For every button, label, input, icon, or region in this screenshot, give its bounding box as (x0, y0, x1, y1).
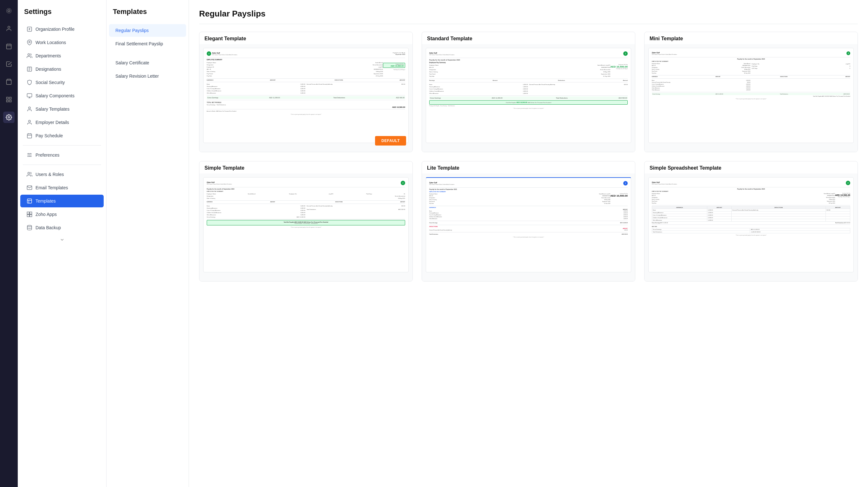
svg-point-33 (27, 225, 32, 227)
sidebar-label: Departments (35, 53, 61, 58)
bag-icon[interactable] (3, 76, 14, 88)
svg-rect-29 (27, 212, 29, 214)
sidebar-label: Salary Templates (35, 106, 69, 112)
sidebar-label: Users & Roles (35, 172, 64, 177)
template-preview-simple: Zyker Gulf 222 Oasis Plaza Dubai United … (199, 174, 412, 281)
template-preview-spreadsheet: Zyker Gulf 222 Oasis Plaza Dubai United … (645, 174, 858, 281)
sidebar-title: Settings (18, 8, 106, 22)
svg-point-2 (8, 26, 10, 29)
svg-rect-11 (9, 100, 11, 102)
sidebar-label: Organization Profile (35, 27, 74, 32)
sidebar-label: Data Backup (35, 225, 61, 230)
svg-rect-20 (27, 134, 32, 138)
svg-point-12 (8, 117, 10, 118)
sidebar-label: Zoho Apps (35, 212, 57, 217)
template-card-elegant[interactable]: Elegant Template Z Zyker Gulf 222 Oasis … (199, 32, 413, 152)
template-preview-elegant: Z Zyker Gulf 222 Oasis Plaza Dubai Unite… (199, 44, 412, 152)
sidebar-item-data-backup[interactable]: Data Backup (20, 221, 104, 234)
sidebar-item-email-templates[interactable]: Email Templates (20, 181, 104, 194)
sidebar-item-designations[interactable]: Designations (20, 63, 104, 75)
sidebar-scroll-arrow[interactable] (18, 235, 106, 245)
svg-rect-28 (27, 199, 32, 203)
sidebar-label: Email Templates (35, 185, 68, 190)
main-content-title: Regular Payslips (199, 9, 858, 24)
svg-point-1 (7, 8, 11, 13)
svg-point-27 (28, 172, 30, 174)
sidebar-item-salary-templates[interactable]: Salary Templates (20, 103, 104, 115)
sidebar-label: Employer Details (35, 120, 69, 125)
template-card-standard-title: Standard Template (422, 32, 635, 44)
home-icon[interactable] (3, 5, 14, 17)
sidebar-label: Templates (35, 199, 56, 204)
calendar-icon[interactable] (3, 40, 14, 52)
svg-rect-10 (7, 100, 8, 102)
svg-point-19 (29, 120, 30, 122)
sidebar-label: Work Locations (35, 40, 66, 45)
svg-rect-8 (7, 97, 8, 99)
svg-rect-3 (7, 44, 11, 49)
template-card-lite-title: Lite Template (422, 161, 635, 174)
sidebar-label: Social Security (35, 80, 65, 85)
sidebar-item-social-security[interactable]: Social Security (20, 76, 104, 89)
sub-panel: Templates Regular Payslips Final Settlem… (106, 0, 189, 487)
template-preview-standard: Zyker Gulf 222 Oasis Plaza Dubai United … (422, 44, 635, 152)
sub-panel-item-final-settlement[interactable]: Final Settlement Payslip (109, 37, 186, 50)
main-content: Regular Payslips Elegant Template Z Zyke… (189, 0, 868, 487)
template-card-mini-title: Mini Template (645, 32, 858, 44)
sidebar-item-work-locations[interactable]: Work Locations (20, 36, 104, 49)
svg-point-14 (29, 41, 30, 43)
svg-rect-30 (30, 212, 32, 214)
people-icon[interactable] (3, 23, 14, 34)
templates-grid: Elegant Template Z Zyker Gulf 222 Oasis … (199, 32, 858, 281)
sidebar-divider-2 (23, 164, 101, 165)
sidebar-label: Preferences (35, 153, 59, 158)
svg-rect-31 (27, 215, 29, 217)
template-card-standard[interactable]: Standard Template Zyker Gulf 222 Oasis P… (422, 32, 635, 152)
icon-bar (0, 0, 18, 487)
grid-icon[interactable] (3, 94, 14, 105)
settings-active-icon[interactable] (3, 112, 14, 123)
template-preview-mini: Zyker Gulf 222 Oasis Plaza Dubai United … (645, 44, 858, 152)
sidebar-item-departments[interactable]: Departments (20, 50, 104, 62)
svg-point-15 (28, 54, 30, 56)
template-card-simple[interactable]: Simple Template Zyker Gulf 222 Oasis Pla… (199, 161, 413, 281)
sub-panel-item-salary-revision[interactable]: Salary Revision Letter (109, 70, 186, 83)
template-card-lite[interactable]: Lite Template Zyker Gulf 222 Oasis Plaza… (422, 161, 635, 281)
svg-rect-17 (27, 94, 32, 97)
sidebar-item-zoho-apps[interactable]: Zoho Apps (20, 208, 104, 221)
sidebar-label: Salary Components (35, 93, 74, 98)
template-card-mini[interactable]: Mini Template Zyker Gulf 222 Oasis Plaza… (644, 32, 858, 152)
template-card-spreadsheet[interactable]: Simple Spreadsheet Template Zyker Gulf 2… (644, 161, 858, 281)
sidebar-item-templates[interactable]: Templates (20, 195, 104, 207)
sub-panel-title: Templates (106, 8, 189, 24)
template-card-elegant-title: Elegant Template (199, 32, 412, 44)
sidebar-item-users-roles[interactable]: Users & Roles (20, 168, 104, 181)
svg-point-0 (8, 10, 10, 12)
sidebar-label: Pay Schedule (35, 133, 63, 138)
sidebar-item-organization-profile[interactable]: Organization Profile (20, 23, 104, 35)
template-preview-lite: Zyker Gulf 222 Oasis Plaza Dubai United … (422, 174, 635, 281)
template-card-simple-title: Simple Template (199, 161, 412, 174)
sidebar-item-pay-schedule[interactable]: Pay Schedule (20, 129, 104, 142)
check-icon[interactable] (3, 58, 14, 70)
sub-panel-item-regular-payslips[interactable]: Regular Payslips (109, 24, 186, 37)
sidebar-item-salary-components[interactable]: Salary Components (20, 89, 104, 102)
main-sidebar: Settings Organization Profile Work Locat… (18, 0, 106, 487)
template-card-spreadsheet-title: Simple Spreadsheet Template (645, 161, 858, 174)
svg-rect-32 (30, 215, 32, 217)
sidebar-label: Designations (35, 67, 61, 72)
svg-rect-9 (9, 97, 11, 99)
sidebar-item-employer-details[interactable]: Employer Details (20, 116, 104, 129)
svg-point-18 (29, 107, 30, 109)
sidebar-item-preferences[interactable]: Preferences (20, 149, 104, 161)
sidebar-divider-1 (23, 145, 101, 146)
sub-panel-item-salary-certificate[interactable]: Salary Certificate (109, 56, 186, 69)
default-badge: DEFAULT (375, 136, 406, 146)
